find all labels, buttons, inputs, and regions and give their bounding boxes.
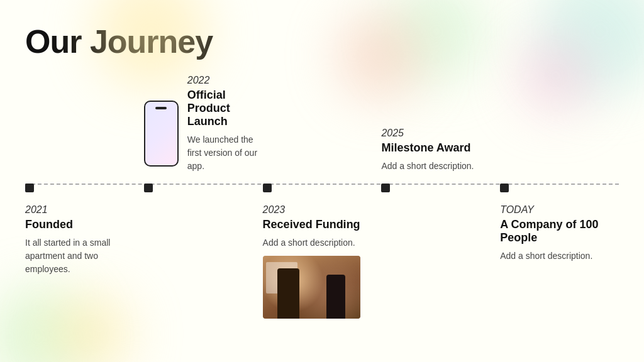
timeline-columns: 2021 Founded It all started in a small a… (25, 85, 619, 319)
funding-top-spacer (263, 85, 382, 183)
launch-top-content: 2022 Official Product Launch We launched… (144, 85, 263, 183)
launch-title: Official Product Launch (187, 89, 263, 128)
funding-desc: Add a short description. (263, 236, 382, 250)
award-bottom-spacer (381, 193, 500, 204)
founded-title: Founded (25, 218, 144, 231)
milestone-founded: 2021 Founded It all started in a small a… (25, 85, 144, 319)
company-top-spacer (500, 85, 619, 183)
launch-desc: We launched the first version of our app… (187, 133, 263, 173)
funding-dot (263, 184, 272, 192)
award-title: Milestone Award (381, 141, 500, 155)
launch-year: 2022 (187, 75, 263, 86)
figure-right (326, 275, 345, 319)
timeline: 2021 Founded It all started in a small a… (0, 85, 644, 319)
header: Our Journey (0, 0, 644, 60)
company-year: TODAY (500, 204, 619, 216)
company-dot (500, 184, 509, 192)
funding-year: 2023 (263, 204, 382, 216)
company-title: A Company of 100 People (500, 218, 619, 244)
launch-bottom-spacer (144, 193, 263, 204)
founded-desc: It all started in a small apartment and … (25, 236, 144, 276)
page-title: Our Journey (25, 23, 619, 60)
company-dot-row (500, 183, 619, 193)
funding-image (263, 256, 360, 319)
launch-text: 2022 Official Product Launch We launched… (187, 75, 263, 173)
founded-year: 2021 (25, 204, 144, 216)
figure-left (277, 268, 299, 319)
milestone-product-launch: 2022 Official Product Launch We launched… (144, 85, 263, 319)
founded-dot (25, 184, 34, 192)
award-top-content: 2025 Milestone Award Add a short descrip… (381, 85, 500, 183)
company-content: TODAY A Company of 100 People Add a shor… (500, 193, 619, 263)
founded-top-spacer (25, 85, 144, 183)
funding-dot-row (263, 183, 382, 193)
milestone-award: 2025 Milestone Award Add a short descrip… (381, 85, 500, 319)
phone-illustration (144, 101, 179, 167)
award-dot (381, 184, 390, 192)
funding-title: Received Funding (263, 218, 382, 231)
founded-dot-row (25, 183, 144, 193)
funding-content: 2023 Received Funding Add a short descri… (263, 193, 382, 319)
founded-content: 2021 Founded It all started in a small a… (25, 193, 144, 276)
launch-dot (144, 184, 153, 192)
milestone-funding: 2023 Received Funding Add a short descri… (263, 85, 382, 319)
award-dot-row (381, 183, 500, 193)
launch-dot-row (144, 183, 263, 193)
company-desc: Add a short description. (500, 250, 619, 263)
milestone-company-100: TODAY A Company of 100 People Add a shor… (500, 85, 619, 319)
award-desc: Add a short description. (381, 160, 500, 173)
award-year: 2025 (381, 128, 500, 139)
